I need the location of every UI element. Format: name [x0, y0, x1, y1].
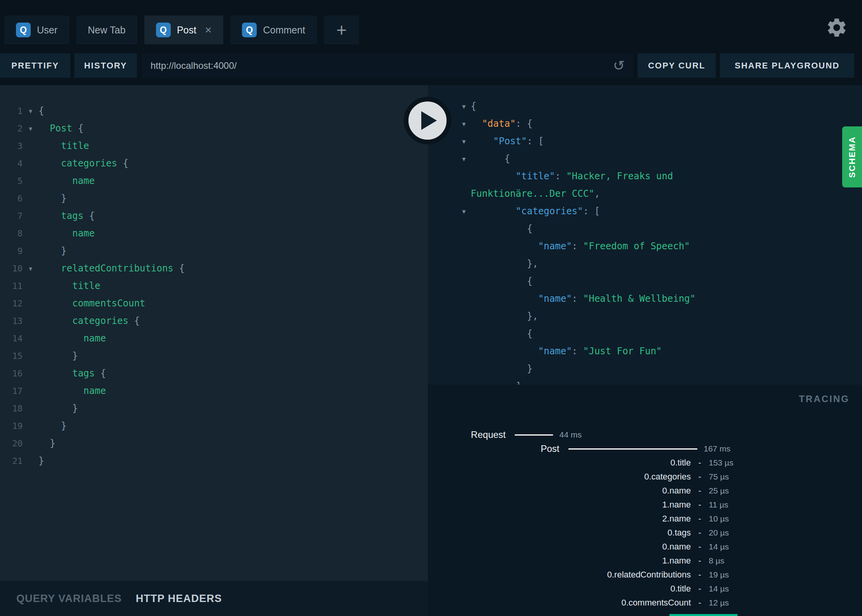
code-line[interactable]: 14 name — [0, 330, 428, 347]
code-line[interactable]: 3 title — [0, 137, 428, 155]
code-line[interactable]: 13 categories { — [0, 312, 428, 330]
tracing-span-label: Post — [428, 443, 559, 454]
result-line: ▾ "categories": [ — [428, 203, 862, 220]
endpoint-url-bar: ↺ — [142, 53, 633, 78]
code-line[interactable]: 11 title — [0, 277, 428, 295]
tracing-field-label: 0.commentsCount — [428, 598, 691, 608]
http-headers-toggle[interactable]: HTTP HEADERS — [136, 593, 222, 605]
tab-comment[interactable]: QComment — [230, 16, 317, 44]
fold-arrow-icon[interactable]: ▾ — [23, 260, 39, 277]
response-lines: ▾{▾ "data": {▾ "Post": [▾ { "title": "Ha… — [428, 85, 862, 385]
code-text: } — [39, 347, 78, 365]
tracing-field-row: 1.name-8 µs — [428, 554, 862, 568]
fold-gutter — [23, 225, 39, 242]
code-text: tags { — [39, 365, 106, 382]
code-line[interactable]: 4 categories { — [0, 155, 428, 172]
tab-label: New Tab — [88, 24, 126, 36]
result-line: ▾ "Post": [ — [428, 133, 862, 150]
tab-label: Post — [177, 24, 196, 36]
code-line[interactable]: 15 } — [0, 347, 428, 365]
new-tab-button[interactable]: + — [324, 16, 359, 44]
endpoint-url-input[interactable] — [142, 60, 613, 72]
code-line[interactable]: 21} — [0, 452, 428, 470]
result-text: "Post": [ — [471, 133, 544, 150]
line-number: 18 — [0, 400, 23, 417]
line-number: 12 — [0, 295, 23, 312]
fold-arrow-icon[interactable]: ▾ — [428, 203, 466, 220]
tracing-span-row: Post167 ms — [428, 442, 862, 456]
settings-gear-icon[interactable] — [825, 16, 848, 39]
history-button[interactable]: HISTORY — [74, 53, 137, 78]
result-line: "name": "Just For Fun" — [428, 343, 862, 360]
execute-button[interactable] — [404, 97, 451, 144]
close-tab-icon[interactable]: × — [205, 24, 212, 36]
result-text: "title": "Hacker, Freaks und — [471, 168, 673, 185]
query-editor-pane[interactable]: 1▾{2▾ Post {3 title4 categories {5 name6… — [0, 85, 428, 581]
schema-tab[interactable]: SCHEMA — [842, 126, 862, 187]
tracing-field-value: 153 µs — [709, 458, 733, 467]
tracing-field-tick: - — [691, 556, 709, 566]
prettify-button[interactable]: PRETTIFY — [0, 53, 70, 78]
code-text: } — [39, 435, 55, 452]
line-number: 15 — [0, 347, 23, 365]
share-playground-button[interactable]: SHARE PLAYGROUND — [720, 53, 854, 78]
code-line[interactable]: 19 } — [0, 417, 428, 435]
result-text: }, — [471, 308, 538, 325]
tab-post[interactable]: QPost× — [144, 16, 224, 44]
reload-icon[interactable]: ↺ — [613, 59, 633, 73]
tracing-span-label: Request — [428, 429, 506, 440]
tracing-field-label: 0.title — [428, 584, 691, 594]
code-text: title — [39, 277, 100, 295]
tracing-field-value: 14 µs — [709, 542, 729, 551]
result-text: "name": "Freedom of Speech" — [471, 238, 690, 255]
code-line[interactable]: 16 tags { — [0, 365, 428, 382]
fold-gutter — [428, 290, 466, 308]
tracing-field-row: 1.name-11 µs — [428, 498, 862, 512]
code-line[interactable]: 10▾ relatedContributions { — [0, 260, 428, 277]
line-number: 3 — [0, 137, 23, 155]
fold-arrow-icon[interactable]: ▾ — [23, 102, 39, 120]
code-line[interactable]: 17 name — [0, 382, 428, 400]
line-number: 5 — [0, 172, 23, 190]
code-line[interactable]: 18 } — [0, 400, 428, 417]
result-line: { — [428, 220, 862, 238]
query-variables-toggle[interactable]: QUERY VARIABLES — [16, 593, 122, 605]
tracing-field-label: 0.relatedContributions — [428, 570, 691, 580]
line-number: 1 — [0, 102, 23, 120]
code-line[interactable]: 9 } — [0, 242, 428, 260]
line-number: 13 — [0, 312, 23, 330]
fold-arrow-icon[interactable]: ▾ — [23, 120, 39, 137]
code-line[interactable]: 2▾ Post { — [0, 120, 428, 137]
code-line[interactable]: 12 commentsCount — [0, 295, 428, 312]
code-line[interactable]: 8 name — [0, 225, 428, 242]
code-line[interactable]: 6 } — [0, 190, 428, 207]
fold-arrow-icon[interactable]: ▾ — [428, 150, 466, 168]
result-line: ] — [428, 378, 862, 385]
result-text: { — [471, 98, 476, 115]
code-line[interactable]: 5 name — [0, 172, 428, 190]
tracing-span-bar — [568, 448, 697, 450]
copy-curl-button[interactable]: COPY CURL — [638, 53, 716, 78]
line-number: 11 — [0, 277, 23, 295]
line-number: 21 — [0, 452, 23, 470]
tracing-field-value: 19 µs — [709, 570, 729, 579]
tab-user[interactable]: QUser — [4, 16, 69, 44]
line-number: 17 — [0, 382, 23, 400]
code-line[interactable]: 1▾{ — [0, 102, 428, 120]
result-line: }, — [428, 255, 862, 273]
code-text: } — [39, 242, 67, 260]
tracing-field-label: 0.name — [428, 542, 691, 552]
schema-tab-label: SCHEMA — [847, 136, 857, 178]
fold-gutter — [428, 168, 466, 185]
tracing-field-label: 1.name — [428, 556, 691, 566]
fold-gutter — [23, 190, 39, 207]
tracing-field-tick: - — [691, 486, 709, 496]
tab-new-tab[interactable]: New Tab — [76, 16, 137, 44]
fold-gutter — [23, 400, 39, 417]
tracing-field-tick: - — [691, 458, 709, 468]
code-line[interactable]: 7 tags { — [0, 207, 428, 225]
code-text: categories { — [39, 312, 140, 330]
code-line[interactable]: 20 } — [0, 435, 428, 452]
result-text: Funktionäre...Der CCC", — [471, 185, 600, 203]
fold-gutter — [23, 382, 39, 400]
